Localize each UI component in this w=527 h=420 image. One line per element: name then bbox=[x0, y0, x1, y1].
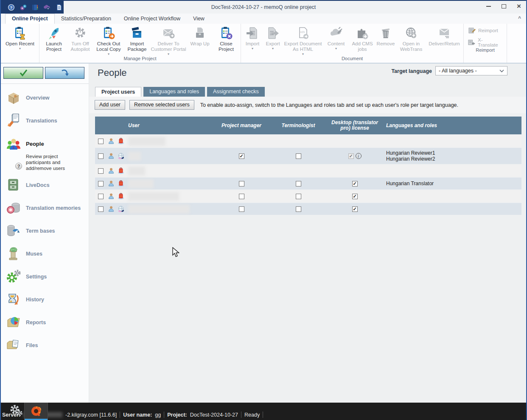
ribbon-group-recent: Open Recent ▾ bbox=[1, 24, 39, 63]
sidebar-item-term-bases[interactable]: Term bases bbox=[1, 220, 89, 242]
deliver-return-button[interactable]: Deliver/Return bbox=[426, 25, 462, 56]
maximize-button[interactable] bbox=[501, 3, 507, 9]
language-role: Hungarian Translator bbox=[386, 181, 521, 186]
turn-off-autopilot-button[interactable]: Turn Off Autopilot bbox=[67, 25, 93, 56]
x-translate-button[interactable]: X-Translate bbox=[468, 37, 502, 47]
column-header-desktop-license[interactable]: Desktop (translator pro) license bbox=[323, 120, 386, 131]
add-cms-jobs-button[interactable]: Add CMS jobs bbox=[349, 25, 376, 56]
target-language-select[interactable]: - All languages - bbox=[435, 66, 507, 75]
launch-project-button[interactable]: Launch Project bbox=[41, 25, 67, 56]
row-checkbox[interactable] bbox=[98, 181, 104, 186]
user-icon bbox=[108, 167, 115, 174]
user-name-value: gg bbox=[155, 412, 161, 418]
tab-online-project[interactable]: Online Project bbox=[5, 14, 55, 24]
terminologist-checkbox[interactable] bbox=[296, 181, 301, 186]
user-icon bbox=[108, 180, 115, 187]
import-button[interactable]: Import ▾ bbox=[242, 25, 263, 56]
desktop-license-checkbox[interactable] bbox=[352, 194, 358, 199]
table-row[interactable] bbox=[95, 135, 521, 147]
open-in-webtrans-button[interactable]: Open in WebTrans bbox=[396, 25, 426, 56]
tab-languages-and-roles[interactable]: Languages and roles bbox=[143, 87, 205, 97]
webtrans-globe-icon bbox=[404, 26, 418, 40]
taskbar-gears-icon[interactable] bbox=[8, 403, 24, 418]
ribbon-tab-bar: Online Project Statistics/Preparation On… bbox=[1, 14, 526, 24]
terminologist-checkbox[interactable] bbox=[296, 194, 301, 199]
ribbon-group-label: Manage Project bbox=[39, 56, 241, 63]
column-header-languages-roles[interactable]: Languages and roles bbox=[386, 122, 521, 128]
sidebar-item-history[interactable]: History bbox=[1, 288, 89, 311]
deliver-envelope-icon bbox=[162, 26, 175, 40]
desktop-license-checkbox[interactable] bbox=[348, 153, 354, 159]
blurred-username bbox=[128, 205, 190, 214]
column-header-user[interactable]: User bbox=[128, 122, 210, 128]
taskbar-memoq-button[interactable] bbox=[24, 403, 48, 420]
wrap-up-button[interactable]: Wrap Up bbox=[187, 25, 213, 56]
dropdown-arrow-icon: ▾ bbox=[108, 53, 109, 56]
pm-checkbox[interactable] bbox=[239, 153, 244, 159]
collapse-ribbon-icon[interactable]: ^ bbox=[518, 15, 521, 21]
apply-changes-button[interactable] bbox=[3, 67, 43, 79]
toolbox-icon bbox=[118, 138, 124, 145]
sidebar-item-overview[interactable]: Overview bbox=[1, 86, 89, 109]
column-header-project-manager[interactable]: Project manager bbox=[210, 123, 273, 128]
desktop-license-checkbox[interactable] bbox=[352, 206, 358, 212]
export-document-as-html-button[interactable]: </> Export Document As HTML ▾ bbox=[283, 25, 323, 56]
column-header-terminologist[interactable]: Terminologist bbox=[273, 123, 323, 128]
import-package-button[interactable]: Import Package bbox=[124, 25, 150, 56]
sidebar-item-settings[interactable]: Settings bbox=[1, 265, 89, 288]
row-checkbox[interactable] bbox=[98, 168, 104, 174]
table-row[interactable] bbox=[95, 190, 521, 202]
sidebar-item-livedocs[interactable]: LiveDocs bbox=[1, 174, 89, 197]
sidebar-item-files[interactable]: Files bbox=[1, 334, 89, 357]
table-row[interactable]: Hungarian Translator bbox=[95, 178, 521, 189]
close-button[interactable]: × bbox=[516, 3, 522, 9]
translations-icon bbox=[6, 113, 21, 128]
sidebar-item-muses[interactable]: Muses bbox=[1, 242, 89, 265]
open-recent-button[interactable]: Open Recent ▾ bbox=[2, 25, 38, 56]
auto-assign-hint: To enable auto-assign, switch to the Lan… bbox=[200, 102, 458, 108]
sidebar-item-translations[interactable]: Translations bbox=[1, 109, 89, 132]
remove-selected-users-button[interactable]: Remove selected users bbox=[129, 100, 194, 110]
table-row[interactable]: i Hungarian Reviewer1 Hungarian Reviewer… bbox=[95, 148, 521, 164]
people-description: ? Review project participants and add/re… bbox=[1, 153, 89, 174]
content-button[interactable]: Content ▾ bbox=[323, 25, 349, 56]
project-value: DocTest-2024-10-27 bbox=[190, 412, 238, 418]
table-row[interactable] bbox=[95, 203, 521, 215]
dropdown-arrow-icon: ▾ bbox=[335, 47, 337, 50]
sidebar-item-reports[interactable]: Reports bbox=[1, 311, 89, 334]
sidebar-item-translation-memories[interactable]: Translation memories bbox=[1, 197, 89, 220]
ribbon-group-label: Reimport bbox=[464, 47, 507, 55]
sync-refresh-button[interactable] bbox=[45, 67, 85, 79]
blurred-username bbox=[128, 167, 145, 175]
toolbox-icon bbox=[118, 167, 124, 174]
tab-online-project-workflow[interactable]: Online Project Workflow bbox=[118, 14, 187, 24]
row-checkbox[interactable] bbox=[98, 194, 104, 199]
export-button[interactable]: Export ▾ bbox=[263, 25, 283, 56]
pm-checkbox[interactable] bbox=[239, 194, 244, 199]
add-user-button[interactable]: Add user bbox=[95, 100, 125, 110]
row-checkbox[interactable] bbox=[98, 139, 104, 144]
files-icon bbox=[6, 338, 21, 353]
pm-checkbox[interactable] bbox=[239, 181, 244, 186]
check-out-local-copy-button[interactable]: Check Out Local Copy ▾ bbox=[93, 25, 124, 56]
terminologist-checkbox[interactable] bbox=[296, 206, 301, 212]
terminologist-checkbox[interactable] bbox=[296, 153, 301, 159]
tab-assignment-checks[interactable]: Assignment checks bbox=[207, 87, 265, 97]
question-icon: ? bbox=[15, 163, 22, 170]
tab-project-users[interactable]: Project users bbox=[95, 87, 141, 97]
info-icon[interactable]: i bbox=[356, 153, 362, 159]
remove-button[interactable]: Remove bbox=[376, 25, 396, 56]
tab-statistics-preparation[interactable]: Statistics/Preparation bbox=[55, 14, 118, 24]
title-bar: ? DocTest-2024-10-27 - memoQ online proj… bbox=[1, 0, 526, 14]
deliver-to-customer-portal-button[interactable]: Deliver To Customer Portal ▾ bbox=[150, 25, 187, 56]
tab-view[interactable]: View bbox=[187, 14, 211, 24]
reimport-button[interactable]: Reimport bbox=[468, 27, 502, 34]
table-row[interactable] bbox=[95, 165, 521, 177]
row-checkbox[interactable] bbox=[98, 153, 104, 159]
pm-checkbox[interactable] bbox=[239, 206, 244, 212]
row-checkbox[interactable] bbox=[98, 206, 104, 212]
sidebar-item-people[interactable]: People bbox=[1, 132, 89, 155]
desktop-license-checkbox[interactable] bbox=[352, 181, 358, 186]
close-project-button[interactable]: Close Project bbox=[213, 25, 239, 56]
minimize-button[interactable] bbox=[485, 3, 491, 9]
